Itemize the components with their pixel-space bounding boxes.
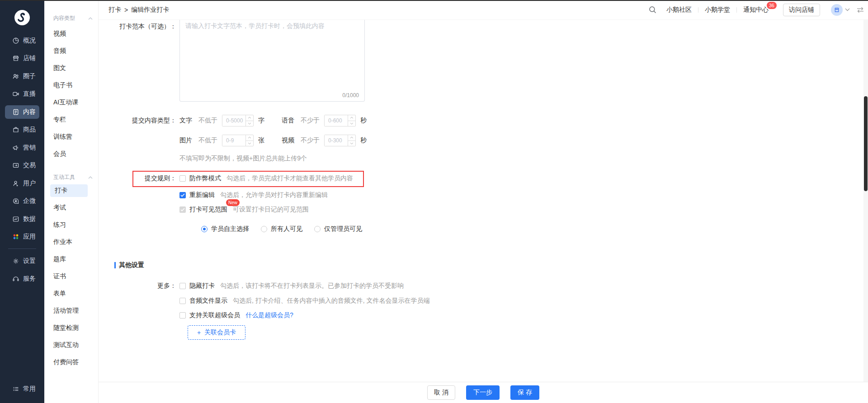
voice-min-input[interactable]: [325, 115, 348, 126]
audio-display-name[interactable]: 音频文件显示: [189, 297, 227, 305]
subnav-item-activity[interactable]: 活动管理: [44, 302, 98, 319]
spinner-down-icon[interactable]: [246, 121, 253, 127]
re-edit-name[interactable]: 重新编辑: [189, 191, 215, 199]
super-member-link[interactable]: 什么是超级会员?: [245, 311, 293, 319]
save-button[interactable]: 保 存: [510, 385, 539, 400]
goose-logo-icon: [14, 10, 30, 25]
anti-cheat-checkbox[interactable]: [179, 175, 186, 182]
check-icon: [180, 193, 185, 197]
anti-cheat-name[interactable]: 防作弊模式: [189, 174, 221, 183]
subnav-group-content-types[interactable]: 内容类型: [44, 15, 98, 22]
subnav-item-quiz[interactable]: 随堂检测: [44, 319, 98, 337]
sidebar-item-settings[interactable]: 设置: [0, 252, 44, 270]
chevron-down-icon[interactable]: [845, 8, 850, 11]
visit-shop-button[interactable]: 访问店铺: [783, 4, 820, 16]
next-step-button[interactable]: 下一步: [466, 385, 500, 400]
header-link-notification[interactable]: 通知中心 36: [743, 6, 769, 14]
subnav-item-question-bank[interactable]: 题库: [44, 251, 98, 268]
associate-member-card-button[interactable]: + 关联会员卡: [188, 325, 245, 340]
subnav-item-ai-course[interactable]: AI互动课: [44, 94, 98, 111]
header-right: 小鹅社区 小鹅学堂 通知中心 36 访问店铺: [649, 4, 868, 16]
subnav-item-workbook[interactable]: 作业本: [44, 234, 98, 251]
hide-checkin-name[interactable]: 隐藏打卡: [189, 282, 215, 290]
content-type-row-2: 图片 不低于 张 视频 不少于 秒: [99, 134, 859, 147]
subnav-item-camp[interactable]: 训练营: [44, 128, 98, 145]
breadcrumb-current: 编辑作业打卡: [131, 6, 169, 14]
sidebar-divider: [8, 248, 36, 249]
subnav-item-column[interactable]: 专栏: [44, 111, 98, 128]
subnav-item-imagetext[interactable]: 图文: [44, 60, 98, 77]
header-divider: [698, 7, 698, 13]
super-member-name[interactable]: 支持关联超级会员: [189, 311, 240, 319]
breadcrumb-parent[interactable]: 打卡: [108, 6, 121, 14]
subnav-group-interactive-tools[interactable]: 互动工具: [44, 174, 98, 181]
spinner-down-icon[interactable]: [348, 141, 355, 146]
spinner-up-icon[interactable]: [348, 135, 355, 141]
subnav-item-ebook[interactable]: 电子书: [44, 77, 98, 94]
sidebar-item-apps[interactable]: 应用: [0, 228, 44, 246]
subnav-item-form[interactable]: 表单: [44, 285, 98, 302]
sidebar-item-frequent[interactable]: 常用: [0, 383, 44, 395]
sidebar-item-live[interactable]: 直播: [0, 85, 44, 103]
sidebar-item-trade[interactable]: 交易: [0, 157, 44, 175]
audio-display-desc: 勾选后, 打卡介绍、任务内容中插入的音频文件, 文件名会显示在学员端: [233, 297, 430, 305]
image-min-input[interactable]: [222, 135, 245, 146]
subnav-item-checkin[interactable]: 打卡: [50, 184, 88, 197]
header-link-academy[interactable]: 小鹅学堂: [705, 6, 730, 14]
radio-admin-only[interactable]: 仅管理员可见: [311, 225, 362, 233]
video-min-input[interactable]: [325, 135, 348, 146]
shop-avatar[interactable]: [831, 4, 843, 16]
check-icon: [180, 208, 185, 211]
chart-icon: [12, 216, 19, 223]
radio-everyone[interactable]: 所有人可见: [257, 225, 302, 233]
sidebar-item-data[interactable]: 数据: [0, 210, 44, 228]
subnav-item-certificate[interactable]: 证书: [44, 268, 98, 285]
sidebar-item-users[interactable]: 用户: [0, 174, 44, 192]
content-type-row-1: 提交内容类型： 文字 不低于 字 语音 不少于 秒: [99, 114, 859, 127]
spinner-up-icon[interactable]: [246, 135, 253, 141]
sidebar-item-label: 直播: [23, 90, 36, 98]
header-divider: [736, 7, 737, 13]
subnav-item-practice[interactable]: 练习: [44, 216, 98, 234]
hide-checkin-checkbox[interactable]: [179, 283, 186, 289]
subnav-item-audio[interactable]: 音频: [44, 42, 98, 60]
cancel-button[interactable]: 取 消: [427, 385, 455, 400]
rules-row: 提交规则： 防作弊模式 勾选后，学员完成打卡才能查看其他学员内容: [99, 173, 859, 183]
switch-account-icon[interactable]: [856, 7, 864, 13]
sidebar-item-wecom[interactable]: 企微: [0, 192, 44, 211]
visibility-desc: 可设置打卡日记的可见范围: [233, 206, 309, 214]
subnav-item-member[interactable]: 会员: [44, 145, 98, 163]
goose-logo[interactable]: [14, 10, 30, 25]
header-link-community[interactable]: 小鹅社区: [666, 6, 692, 14]
spinner-down-icon[interactable]: [246, 141, 253, 146]
sidebar-item-overview[interactable]: 概况: [0, 32, 44, 50]
super-member-checkbox[interactable]: [179, 312, 186, 319]
radio-self-select[interactable]: 学员自主选择: [198, 225, 249, 233]
subnav-item-video[interactable]: 视频: [44, 25, 98, 42]
spinner-up-icon[interactable]: [348, 115, 355, 121]
template-textarea[interactable]: [180, 20, 364, 101]
subnav-item-exam[interactable]: 考试: [44, 199, 98, 216]
audio-display-checkbox[interactable]: [179, 298, 186, 304]
re-edit-checkbox[interactable]: [179, 192, 186, 198]
visibility-checkbox[interactable]: [179, 206, 186, 213]
spinner-up-icon[interactable]: [246, 115, 253, 121]
sidebar-item-goods[interactable]: 商品: [0, 121, 44, 139]
search-icon[interactable]: [649, 6, 656, 14]
sidebar-item-service[interactable]: 服务: [0, 270, 44, 288]
spinner-down-icon[interactable]: [348, 121, 355, 127]
scrollbar-thumb[interactable]: [864, 96, 868, 191]
sidebar-item-marketing[interactable]: 营销: [0, 139, 44, 157]
type-name: 图片: [179, 136, 192, 145]
template-label: 打卡范本（可选）：: [99, 23, 176, 31]
sidebar-item-label: 应用: [23, 233, 36, 241]
sidebar-item-shop[interactable]: 店铺: [0, 50, 44, 68]
sidebar-item-community[interactable]: 圈子: [0, 67, 44, 85]
scrollbar-track[interactable]: [863, 20, 868, 382]
text-min-input[interactable]: [222, 115, 245, 126]
subnav-item-paid-qa[interactable]: 付费问答: [44, 354, 98, 371]
char-counter: 0/1000: [342, 92, 359, 98]
subnav-item-test-interact[interactable]: 测试互动: [44, 337, 98, 354]
sidebar-item-content[interactable]: 内容: [0, 103, 44, 121]
user-icon: [12, 180, 19, 187]
